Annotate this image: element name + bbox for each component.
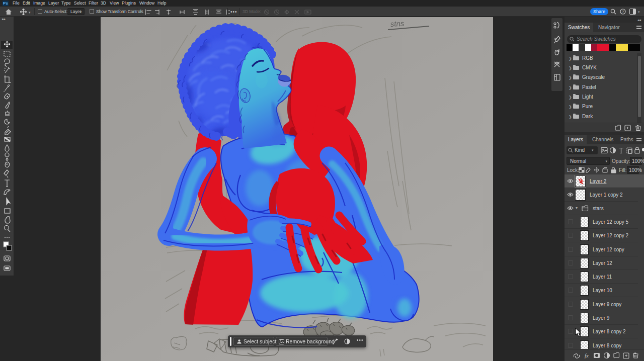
svg-text:fx: fx (585, 352, 589, 358)
svg-text:stns: stns (390, 19, 405, 28)
